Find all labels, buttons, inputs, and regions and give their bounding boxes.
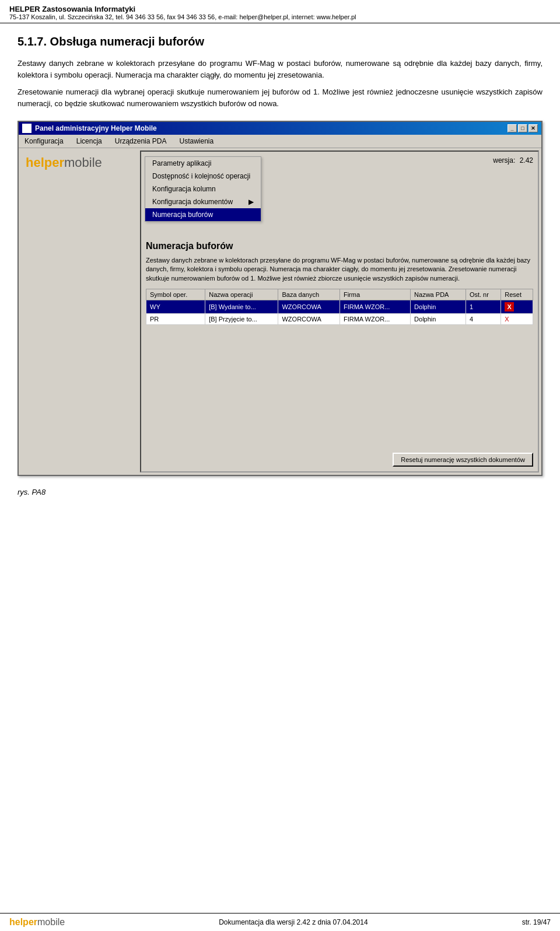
cell-db-0: WZORCOWA: [278, 300, 340, 314]
col-pda: Nazwa PDA: [411, 289, 466, 300]
body-paragraph-1: Zestawy danych zebrane w kolektorach prz…: [18, 58, 542, 80]
cell-name-1: [B] Przyjęcie to...: [205, 314, 278, 325]
cell-pda-0: Dolphin: [411, 300, 466, 314]
menu-urzadzenia[interactable]: Urządzenia PDA: [111, 136, 170, 146]
reset-button-0[interactable]: X: [505, 302, 514, 312]
window-title: Panel administracyjny Helper Mobile: [35, 124, 157, 132]
window-body: helpermobile wersja: 2.42 Parametry apli…: [19, 148, 541, 475]
table-row[interactable]: PR [B] Przyjęcie to... WZORCOWA FIRMA WZ…: [146, 314, 533, 325]
company-address: 75-137 Koszalin, ul. Szczecińska 32, tel…: [9, 13, 551, 20]
col-ostnr: Ost. nr: [466, 289, 501, 300]
section-title: Obsługa numeracji buforów: [50, 35, 204, 48]
logo-area: helpermobile: [26, 155, 133, 170]
close-button[interactable]: ✕: [528, 124, 538, 132]
document-footer: helpermobile Dokumentacja dla wersji 2.4…: [0, 913, 560, 931]
panel-description: Zestawy danych zebrane w kolektorach prz…: [146, 256, 533, 283]
col-firma: Firma: [340, 289, 410, 300]
document-header: HELPER Zastosowania Informatyki 75-137 K…: [0, 0, 560, 23]
cell-symbol-0: WY: [146, 300, 205, 314]
application-window: Panel administracyjny Helper Mobile _ □ …: [18, 121, 542, 476]
bottom-action-bar: Resetuj numerację wszystkich dokumentów: [393, 453, 533, 467]
table-row[interactable]: WY [B] Wydanie to... WZORCOWA FIRMA WZOR…: [146, 300, 533, 314]
reset-button-1[interactable]: X: [505, 316, 509, 323]
col-baza: Baza danych: [278, 289, 340, 300]
numeracja-table: Symbol oper. Nazwa operacji Baza danych …: [146, 289, 533, 325]
tab-parametry[interactable]: Parametry aplikacji: [145, 157, 261, 170]
submenu-arrow-icon: ▶: [249, 198, 254, 206]
footer-page: str. 19/47: [522, 918, 551, 926]
version-value: 2.42: [520, 156, 533, 164]
cell-pda-1: Dolphin: [411, 314, 466, 325]
cell-reset-1[interactable]: X: [501, 314, 533, 325]
cell-company-1: FIRMA WZOR...: [340, 314, 410, 325]
cell-symbol-1: PR: [146, 314, 205, 325]
footer-helper-text: helper: [9, 917, 37, 927]
company-name: HELPER Zastosowania Informatyki: [9, 5, 551, 13]
tab-numeracja[interactable]: Numeracja buforów: [145, 208, 261, 221]
tab-konfiguracja-dokumentow[interactable]: Konfiguracja dokumentów ▶: [145, 195, 261, 208]
version-area: wersja: 2.42: [493, 156, 533, 164]
window-titlebar: Panel administracyjny Helper Mobile _ □ …: [19, 122, 541, 135]
body-paragraph-2: Zresetowanie numeracji dla wybranej oper…: [18, 86, 542, 109]
cell-company-0: FIRMA WZOR...: [340, 300, 410, 314]
section-heading: 5.1.7. Obsługa numeracji buforów: [18, 35, 542, 48]
cell-name-0: [B] Wydanie to...: [205, 300, 278, 314]
menu-konfiguracja[interactable]: Konfiguracja: [21, 136, 67, 146]
section-number: 5.1.7.: [18, 35, 47, 48]
left-panel: helpermobile: [21, 150, 138, 473]
col-reset: Reset: [501, 289, 533, 300]
maximize-button[interactable]: □: [518, 124, 527, 132]
logo-helper-text: helper: [26, 155, 64, 170]
window-icon: [22, 124, 32, 133]
panel-title: Numeracja buforów: [146, 241, 533, 251]
tab-dropdown-menu: Parametry aplikacji Dostępność i kolejno…: [145, 156, 261, 222]
tab-konfiguracja-kolumn[interactable]: Konfiguracja kolumn: [145, 183, 261, 195]
menu-ustawienia[interactable]: Ustawienia: [176, 136, 217, 146]
cell-db-1: WZORCOWA: [278, 314, 340, 325]
panel-content: Numeracja buforów Zestawy danych zebrane…: [146, 241, 533, 325]
cell-nr-0: 1: [466, 300, 501, 314]
tab-dostepnosc[interactable]: Dostępność i kolejność operacji: [145, 170, 261, 183]
footer-doc-info: Dokumentacja dla wersji 2.42 z dnia 07.0…: [219, 918, 368, 926]
titlebar-title-area: Panel administracyjny Helper Mobile: [22, 124, 157, 133]
app-logo: helpermobile: [26, 155, 133, 170]
cell-reset-0[interactable]: X: [501, 300, 533, 314]
minimize-button[interactable]: _: [508, 124, 517, 132]
main-content: 5.1.7. Obsługa numeracji buforów Zestawy…: [0, 23, 560, 508]
menu-bar: Konfiguracja Licencja Urządzenia PDA Ust…: [19, 135, 541, 148]
window-controls: _ □ ✕: [508, 124, 538, 132]
footer-mobile-text: mobile: [37, 917, 65, 927]
figure-caption: rys. PA8: [18, 488, 542, 496]
col-nazwa: Nazwa operacji: [205, 289, 278, 300]
reset-all-button[interactable]: Resetuj numerację wszystkich dokumentów: [393, 453, 533, 467]
menu-licencja[interactable]: Licencja: [73, 136, 106, 146]
version-label-text: wersja:: [493, 156, 515, 164]
cell-nr-1: 4: [466, 314, 501, 325]
logo-mobile-text: mobile: [64, 155, 102, 170]
col-symbol: Symbol oper.: [146, 289, 205, 300]
right-panel: wersja: 2.42 Parametry aplikacji Dostępn…: [140, 150, 539, 473]
footer-logo: helpermobile: [9, 917, 65, 928]
